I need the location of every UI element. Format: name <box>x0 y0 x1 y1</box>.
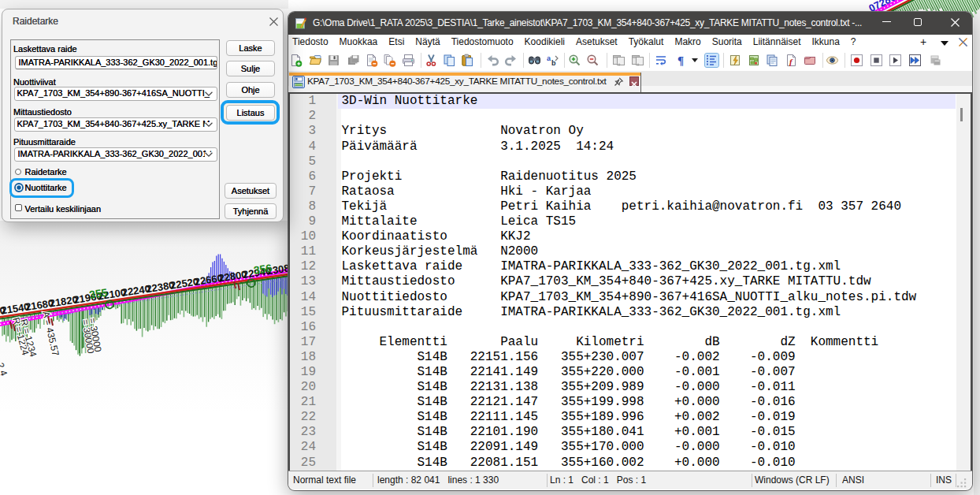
svg-text:A = 435.57: A = 435.57 <box>40 311 61 358</box>
svg-text:¶: ¶ <box>677 54 684 67</box>
svg-text:2 4: 2 4 <box>0 361 9 378</box>
svg-text:356: 356 <box>253 262 273 277</box>
svg-text:355: 355 <box>88 286 109 301</box>
